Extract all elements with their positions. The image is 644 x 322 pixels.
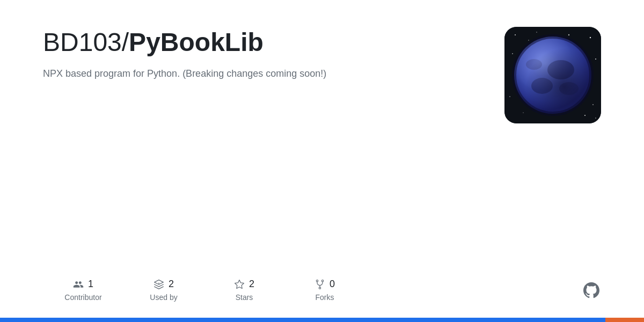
- stats-section: 1 Contributor 2 Used by: [43, 268, 601, 302]
- bottom-bar: [0, 318, 644, 322]
- bottom-bar-orange: [605, 318, 644, 322]
- repo-title-section: BD103/PyBookLib NPX based program for Py…: [43, 27, 483, 81]
- repo-description: NPX based program for Python. (Breaking …: [43, 67, 376, 81]
- contributors-label: Contributor: [64, 293, 101, 302]
- stat-used-by[interactable]: 2 Used by: [123, 279, 204, 302]
- svg-point-1: [515, 34, 516, 35]
- stat-forks-top: 0: [314, 279, 335, 290]
- contributors-count: 1: [88, 279, 93, 290]
- stat-stars-top: 2: [234, 279, 254, 290]
- svg-point-15: [595, 118, 596, 119]
- forks-label: Forks: [316, 293, 334, 302]
- github-icon: [582, 281, 601, 300]
- used-by-count: 2: [169, 279, 174, 290]
- fork-icon: [314, 279, 325, 290]
- svg-marker-26: [235, 280, 244, 288]
- main-content: BD103/PyBookLib NPX based program for Py…: [0, 0, 644, 318]
- svg-point-13: [536, 32, 537, 33]
- stat-forks[interactable]: 0 Forks: [284, 279, 365, 302]
- stat-stars[interactable]: 2 Stars: [204, 279, 284, 302]
- used-by-label: Used by: [150, 293, 177, 302]
- repo-logo: [504, 27, 601, 123]
- stat-contributors[interactable]: 1 Contributor: [43, 279, 123, 302]
- forks-count: 0: [330, 279, 335, 290]
- stars-label: Stars: [236, 293, 253, 302]
- svg-point-10: [592, 104, 594, 105]
- svg-point-11: [523, 112, 523, 113]
- bottom-bar-blue: [0, 318, 605, 322]
- people-icon: [73, 279, 84, 290]
- stat-used-by-top: 2: [153, 279, 174, 290]
- stars-count: 2: [249, 279, 254, 290]
- star-icon: [234, 279, 245, 290]
- package-icon: [153, 279, 164, 290]
- stat-contributors-top: 1: [73, 279, 93, 290]
- svg-point-9: [509, 96, 510, 97]
- svg-point-3: [590, 37, 591, 38]
- svg-point-6: [512, 53, 513, 54]
- svg-point-14: [568, 34, 569, 35]
- svg-point-2: [528, 40, 529, 41]
- repo-header: BD103/PyBookLib NPX based program for Py…: [43, 27, 601, 123]
- github-icon-right[interactable]: [582, 281, 601, 300]
- repo-title: BD103/PyBookLib: [43, 27, 483, 58]
- svg-point-5: [595, 58, 596, 60]
- svg-point-12: [584, 115, 586, 116]
